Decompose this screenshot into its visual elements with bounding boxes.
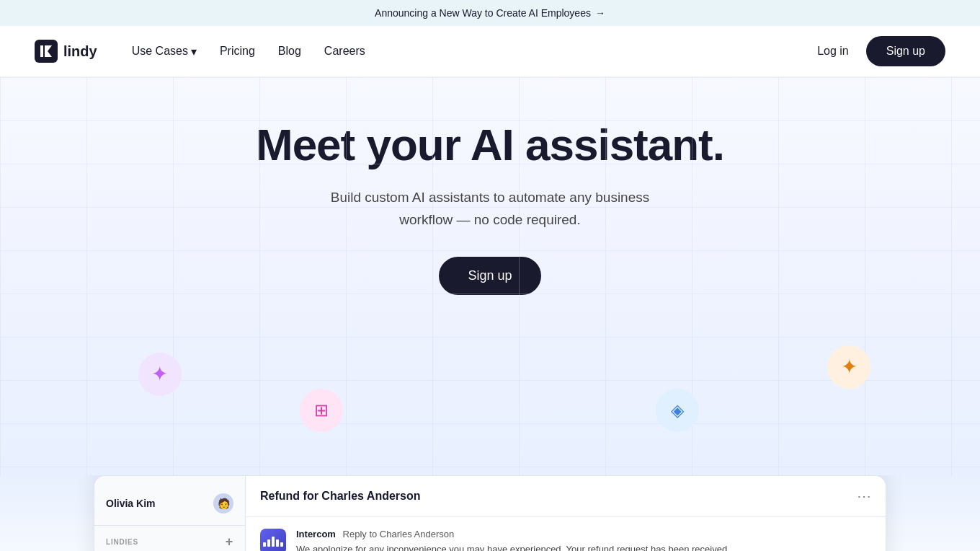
user-name: Olivia Kim xyxy=(106,498,155,509)
logo-text: lindy xyxy=(63,43,97,60)
hero-section: Meet your AI assistant. Build custom AI … xyxy=(0,77,980,475)
floating-icon-blue: ◈ xyxy=(656,389,699,432)
navigation: lindy Use Cases ▾ Pricing Blog Careers L… xyxy=(0,26,980,77)
email-sender: Intercom Reply to Charles Anderson xyxy=(296,529,727,539)
more-options-button[interactable]: ⋯ xyxy=(857,488,871,505)
announcement-arrow: → xyxy=(595,7,605,19)
main-content: Refund for Charles Anderson ⋯ xyxy=(246,476,886,551)
lindies-section: LINDIES + xyxy=(94,526,245,551)
logo[interactable]: lindy xyxy=(35,40,97,63)
ui-preview-area: Olivia Kim 🧑 LINDIES + 📁 Marketing Team … xyxy=(0,475,980,551)
avatar: 🧑 xyxy=(213,493,233,513)
logo-icon xyxy=(35,40,58,63)
chevron-down-icon: ▾ xyxy=(191,45,197,58)
floating-icon-orange: ✦ xyxy=(827,345,870,389)
sidebar: Olivia Kim 🧑 LINDIES + 📁 Marketing Team … xyxy=(94,476,246,551)
email-content: Intercom Reply to Charles Anderson We ap… xyxy=(296,529,727,551)
add-lindy-button[interactable]: + xyxy=(226,534,233,550)
announcement-link[interactable]: Announcing a New Way to Create AI Employ… xyxy=(375,7,605,19)
hero-title: Meet your AI assistant. xyxy=(14,120,966,169)
email-message: Intercom Reply to Charles Anderson We ap… xyxy=(260,529,871,551)
nav-use-cases[interactable]: Use Cases ▾ xyxy=(132,45,197,58)
floating-icon-pink: ✦ xyxy=(138,353,182,396)
nav-pricing[interactable]: Pricing xyxy=(220,45,255,58)
floating-icon-purple: ⊞ xyxy=(300,389,343,432)
email-body: Intercom Reply to Charles Anderson We ap… xyxy=(246,517,886,551)
hero-visual: ✦ ⊞ ◈ ✦ xyxy=(14,309,966,454)
nav-sign-up-button[interactable]: Sign up xyxy=(866,36,945,66)
sidebar-user: Olivia Kim 🧑 xyxy=(94,488,245,526)
email-subject: Refund for Charles Anderson xyxy=(260,490,421,503)
log-in-button[interactable]: Log in xyxy=(817,45,849,58)
email-body-text: We apologize for any inconvenience you m… xyxy=(296,542,727,551)
nav-blog[interactable]: Blog xyxy=(278,45,301,58)
nav-careers[interactable]: Careers xyxy=(324,45,365,58)
announcement-text: Announcing a New Way to Create AI Employ… xyxy=(375,7,591,19)
ui-preview-card: Olivia Kim 🧑 LINDIES + 📁 Marketing Team … xyxy=(94,475,886,551)
hero-sign-up-button[interactable]: Sign up xyxy=(439,257,540,295)
nav-actions: Log in Sign up xyxy=(817,36,945,66)
announcement-banner[interactable]: Announcing a New Way to Create AI Employ… xyxy=(0,0,980,26)
intercom-logo xyxy=(260,529,286,551)
hero-subtitle: Build custom AI assistants to automate a… xyxy=(14,187,966,231)
lindies-label: LINDIES + xyxy=(106,534,233,550)
intercom-bars-icon xyxy=(263,537,283,547)
nav-links: Use Cases ▾ Pricing Blog Careers xyxy=(132,45,817,58)
email-header: Refund for Charles Anderson ⋯ xyxy=(246,476,886,517)
